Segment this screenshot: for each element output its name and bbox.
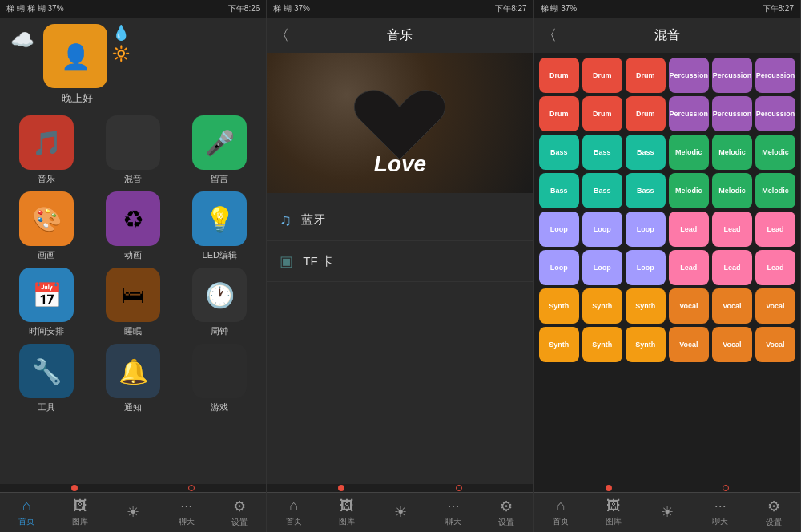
sun-nav-icon: ☀ [127, 503, 139, 521]
drum-btn-2[interactable]: Drum [582, 58, 622, 93]
app-grid: 🎵 音乐 混音 [6, 115, 260, 413]
nav-chat-2[interactable]: ··· 聊天 [427, 498, 480, 527]
nav-settings-3[interactable]: ⚙ 设置 [747, 498, 800, 528]
nav-chat-1[interactable]: ··· 聊天 [159, 498, 212, 527]
vocal-btn-6[interactable]: Vocal [755, 327, 795, 362]
source-tf-card[interactable]: ▣ TF 卡 [267, 241, 533, 282]
melodic-btn-3[interactable]: Melodic [755, 135, 795, 170]
loop-btn-6[interactable]: Loop [626, 250, 666, 285]
percussion-btn-4[interactable]: Percussion [669, 96, 709, 131]
nav-sun-3[interactable]: ☀ [641, 503, 694, 522]
bass-btn-3[interactable]: Bass [626, 135, 666, 170]
melodic-btn-6[interactable]: Melodic [755, 173, 795, 208]
source-bluetooth[interactable]: ♫ 蓝牙 [267, 200, 533, 241]
app-drawing[interactable]: 🎨 画画 [6, 191, 87, 261]
app-message[interactable]: 🎤 留言 [179, 115, 260, 185]
home-nav-label-2: 首页 [286, 516, 302, 527]
app-sleep[interactable]: 🛏 睡眠 [93, 268, 173, 337]
app-tools[interactable]: 🔧 工具 [6, 344, 87, 413]
loop-btn-4[interactable]: Loop [539, 250, 579, 285]
synth-btn-1[interactable]: Synth [539, 288, 579, 324]
melodic-btn-5[interactable]: Melodic [712, 173, 752, 208]
percussion-btn-3[interactable]: Percussion [755, 58, 795, 93]
drum-btn-4[interactable]: Drum [539, 96, 579, 131]
vocal-btn-2[interactable]: Vocal [712, 288, 752, 324]
gallery-nav-label-3: 图库 [606, 516, 622, 527]
loop-btn-5[interactable]: Loop [582, 250, 622, 285]
clock-app-label: 周钟 [211, 325, 228, 337]
app-mixer[interactable]: 混音 [93, 115, 173, 185]
synth-btn-6[interactable]: Synth [626, 327, 666, 362]
nav-settings-2[interactable]: ⚙ 设置 [480, 498, 533, 528]
nav-home-1[interactable]: ⌂ 首页 [0, 498, 53, 527]
drum-btn-6[interactable]: Drum [626, 96, 666, 131]
nav-home-3[interactable]: ⌂ 首页 [534, 498, 587, 527]
nav-chat-3[interactable]: ··· 聊天 [694, 498, 747, 527]
time-1: 下午8:26 [228, 3, 260, 14]
bass-btn-2[interactable]: Bass [582, 135, 622, 170]
percussion-btn-5[interactable]: Percussion [712, 96, 752, 131]
status-left-3: 梯 蝴 37% [541, 3, 578, 14]
bass-btn-5[interactable]: Bass [582, 173, 622, 208]
vocal-btn-1[interactable]: Vocal [669, 288, 709, 324]
bass-btn-1[interactable]: Bass [539, 135, 579, 170]
synth-btn-2[interactable]: Synth [582, 288, 622, 324]
mixer-header: 〈 混音 [534, 18, 800, 53]
app-clock[interactable]: 🕐 周钟 [179, 268, 260, 337]
lead-btn-5[interactable]: Lead [712, 250, 752, 285]
loop-btn-2[interactable]: Loop [582, 212, 622, 247]
bass-btn-4[interactable]: Bass [539, 173, 579, 208]
dot-inactive-3 [723, 485, 729, 491]
time-2: 下午8:27 [495, 3, 526, 14]
percussion-btn-6[interactable]: Percussion [755, 96, 795, 131]
loop-btn-1[interactable]: Loop [539, 212, 579, 247]
vocal-btn-4[interactable]: Vocal [669, 327, 709, 362]
drum-btn-5[interactable]: Drum [582, 96, 622, 131]
nav-home-2[interactable]: ⌂ 首页 [267, 498, 320, 527]
nav-gallery-3[interactable]: 🖼 图库 [587, 498, 640, 527]
nav-gallery-1[interactable]: 🖼 图库 [53, 498, 106, 527]
back-button-3[interactable]: 〈 [542, 26, 557, 45]
lead-btn-6[interactable]: Lead [755, 250, 795, 285]
app-schedule[interactable]: 📅 时间安排 [6, 268, 87, 337]
app-notification[interactable]: 🔔 通知 [93, 344, 173, 413]
app-music[interactable]: 🎵 音乐 [6, 115, 87, 185]
user-avatar[interactable]: 👤 [43, 24, 107, 88]
drawing-app-icon: 🎨 [19, 191, 74, 246]
synth-btn-5[interactable]: Synth [582, 327, 622, 362]
lead-btn-4[interactable]: Lead [669, 250, 709, 285]
sun-nav-icon-3: ☀ [661, 503, 674, 521]
nav-sun-1[interactable]: ☀ [107, 503, 159, 522]
app-animation[interactable]: ♻ 动画 [93, 191, 173, 261]
percussion-btn-1[interactable]: Percussion [669, 58, 709, 93]
vocal-btn-5[interactable]: Vocal [712, 327, 752, 362]
app-games[interactable]: 游戏 [179, 344, 260, 413]
nav-settings-1[interactable]: ⚙ 设置 [213, 498, 266, 528]
bass-btn-6[interactable]: Bass [626, 173, 666, 208]
loop-btn-3[interactable]: Loop [626, 212, 666, 247]
lead-btn-3[interactable]: Lead [755, 212, 795, 247]
synth-btn-3[interactable]: Synth [626, 288, 666, 324]
tf-card-label: TF 卡 [303, 254, 333, 269]
drum-btn-1[interactable]: Drum [539, 58, 579, 93]
drum-btn-3[interactable]: Drum [626, 58, 666, 93]
back-button-2[interactable]: 〈 [275, 26, 289, 45]
nav-gallery-2[interactable]: 🖼 图库 [320, 498, 373, 527]
clock-app-icon: 🕐 [192, 268, 247, 322]
music-header: 〈 音乐 [267, 18, 533, 53]
music-cover-image: Love [267, 53, 533, 193]
percussion-btn-2[interactable]: Percussion [712, 58, 752, 93]
sun-nav-icon-2: ☀ [394, 503, 407, 521]
message-app-icon: 🎤 [192, 115, 247, 170]
vocal-btn-3[interactable]: Vocal [755, 288, 795, 324]
app-led[interactable]: 💡 LED编辑 [179, 191, 260, 261]
melodic-btn-1[interactable]: Melodic [669, 135, 709, 170]
lead-btn-2[interactable]: Lead [712, 212, 752, 247]
melodic-btn-2[interactable]: Melodic [712, 135, 752, 170]
melodic-btn-4[interactable]: Melodic [669, 173, 709, 208]
lead-btn-1[interactable]: Lead [669, 212, 709, 247]
led-app-label: LED编辑 [203, 249, 237, 261]
home-nav-label: 首页 [18, 516, 34, 527]
nav-sun-2[interactable]: ☀ [373, 503, 426, 522]
synth-btn-4[interactable]: Synth [539, 327, 579, 362]
